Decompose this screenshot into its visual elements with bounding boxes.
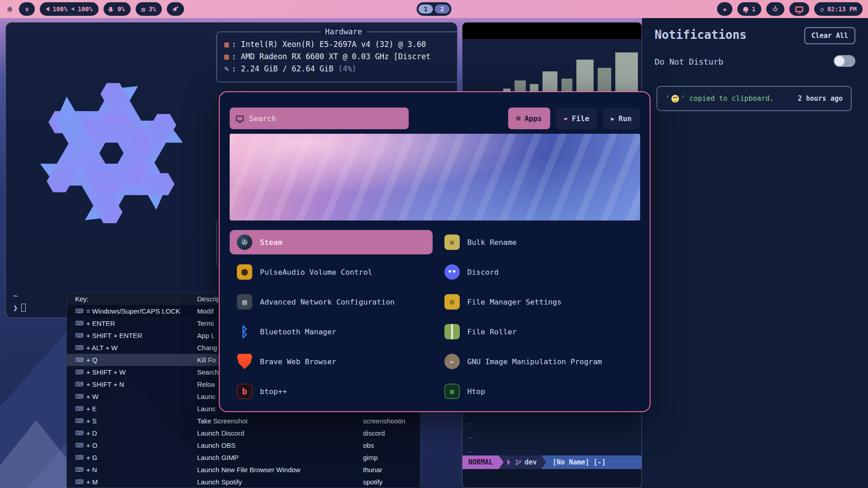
volume-widget[interactable]: 100% 100%: [40, 2, 99, 16]
memory-percent: (4%): [338, 64, 357, 73]
app-item-bluetooth[interactable]: ᛒ Bluetooth Manager: [230, 319, 433, 344]
keybind-row[interactable]: ⌨+ M Launch Spotify spotify: [67, 476, 420, 488]
app-label: Steam: [260, 238, 283, 247]
workspace-switcher: 1 2: [417, 2, 452, 16]
desktop: ❄ v 100% 100% 0% ▤ 3% 1 2 ◈: [0, 0, 868, 488]
tab-run[interactable]: ▶Run: [603, 108, 640, 129]
keybind-row[interactable]: ⌨+ O Launch OBS obs: [67, 439, 420, 451]
gpu-info: : AMD Radeon RX 6600 XT @ 0.03 GHz [Disc…: [231, 52, 430, 61]
keybind-key: = Windows/Super/CAPS LOCK: [86, 307, 180, 315]
nixos-snowflake-logo: [32, 77, 191, 230]
terminal-titlebar: [462, 23, 642, 39]
app-item-brave[interactable]: Brave Web Browser: [230, 349, 433, 374]
super-key-icon: ⌨: [75, 308, 84, 314]
super-key-icon: ⌨: [75, 466, 84, 473]
vim-mode: NORMAL: [462, 455, 499, 469]
super-key-icon: ⌨: [75, 332, 84, 339]
volume-in-value: 100%: [78, 5, 93, 13]
keybind-desc: Reloa: [197, 378, 215, 390]
app-label: File Roller: [467, 328, 517, 336]
keybind-desc: Termi: [197, 317, 214, 329]
keybind-key: + O: [86, 441, 98, 449]
keybind-row[interactable]: ⌨+ G Launch GIMP gimp: [67, 451, 420, 464]
tray-button[interactable]: ◈: [717, 2, 732, 16]
super-key-icon: ⌨: [75, 405, 84, 412]
app-label: Brave Web Browser: [260, 357, 336, 366]
keybind-row[interactable]: ⌨+ D Launch Discord discord: [67, 427, 420, 439]
keybind-key: + SHIFT + W: [86, 368, 126, 376]
shell-prompt: ~ ❯: [13, 290, 26, 314]
clear-all-button[interactable]: Clear All: [804, 27, 855, 44]
dnd-toggle[interactable]: [834, 55, 855, 67]
app-item-network-config[interactable]: ▤ Advanced Network Configuration: [230, 290, 433, 314]
gpu-icon: ▦: [224, 52, 229, 61]
menu-button[interactable]: v: [19, 2, 34, 16]
notifications-button[interactable]: 1: [737, 2, 761, 16]
vim-git-segment: dev: [504, 455, 541, 469]
workspace-1[interactable]: 1: [419, 5, 433, 14]
app-item-bulk-rename[interactable]: ≡ Bulk Rename: [437, 230, 640, 254]
gimp-icon: ✏: [444, 354, 460, 369]
speaker-icon: [46, 7, 49, 11]
notification-card[interactable]: '' copied to clipboard. 2 hours ago: [656, 86, 852, 111]
notification-panel: Notifications Clear All Do Not Disturb '…: [642, 18, 868, 488]
keybind-key: + G: [86, 454, 98, 461]
app-item-gimp[interactable]: ✏ GNU Image Manipulation Program: [437, 349, 640, 374]
super-key-icon: ⌨: [75, 344, 84, 351]
network-icon: ▤: [237, 294, 252, 310]
app-item-htop[interactable]: ▥ Htop: [437, 379, 640, 404]
vim-filename: [No Name] [-]: [552, 458, 605, 466]
app-label: btop++: [260, 387, 287, 396]
statusline-separator: [541, 455, 546, 469]
keybind-row[interactable]: ⌨+ N Launch New File Browser Window thun…: [67, 464, 420, 476]
statusline-separator: [507, 459, 510, 465]
mute-button[interactable]: [167, 2, 184, 16]
app-label: Bulk Rename: [467, 238, 517, 247]
keybind-command: spotify: [363, 476, 382, 488]
app-item-discord[interactable]: Discord: [437, 260, 640, 284]
statusline-separator: [499, 455, 504, 469]
steam-icon: ✇: [237, 235, 252, 250]
nixos-logo-icon[interactable]: ❄: [5, 4, 14, 14]
keybind-desc: App L: [197, 329, 215, 342]
keybind-row[interactable]: ⌨+ S Take Screenshot screenshootin: [67, 415, 420, 427]
keybind-command: screenshootin: [363, 415, 405, 427]
mic-widget[interactable]: 0%: [104, 2, 131, 16]
hardware-box-title: Hardware: [321, 27, 367, 36]
app-label: GNU Image Manipulation Program: [467, 357, 602, 366]
launcher-search[interactable]: [230, 108, 409, 129]
app-item-btop[interactable]: b btop++: [230, 379, 433, 404]
app-item-steam[interactable]: ✇ Steam: [230, 230, 433, 254]
workspace-2[interactable]: 2: [435, 5, 449, 14]
keybind-command: discord: [363, 427, 385, 439]
keybind-key: + ENTER: [86, 319, 115, 327]
brave-icon: [237, 354, 252, 369]
bluetooth-icon: ᛒ: [237, 324, 252, 339]
app-launcher: ⊞Apps ▰File ▶Run ✇ Steam PulseAudio Volu…: [219, 91, 651, 412]
search-input[interactable]: [249, 114, 402, 123]
screen-record-button[interactable]: [789, 2, 809, 16]
keybind-command: obs: [363, 439, 374, 451]
terminal-cursor: [21, 304, 26, 312]
app-item-file-manager-settings[interactable]: ⚙ File Manager Settings: [437, 290, 640, 314]
keybind-desc: Chang: [197, 342, 217, 354]
super-key-icon: ⌨: [75, 357, 84, 363]
memory-value: 3%: [149, 5, 156, 13]
app-item-pulseaudio[interactable]: PulseAudio Volume Control: [230, 260, 433, 284]
tab-file[interactable]: ▰File: [556, 108, 598, 129]
keybind-key: + ALT + W: [86, 344, 118, 352]
keybind-key: + D: [86, 429, 97, 437]
keybind-desc: Kill Fo: [197, 354, 216, 366]
app-item-file-roller[interactable]: File Roller: [437, 319, 640, 344]
prompt-path: ~: [13, 290, 26, 302]
file-roller-icon: [444, 324, 460, 339]
tab-apps[interactable]: ⊞Apps: [508, 108, 550, 129]
keybind-desc: Modif: [197, 305, 214, 317]
clock-widget[interactable]: ◷ 02:13 PM: [814, 2, 863, 16]
apps-grid-icon: ⊞: [516, 114, 520, 122]
memory-info: : 2.24 GiB / 62.64 GiB: [231, 64, 338, 73]
bulk-rename-icon: ≡: [444, 235, 460, 250]
memory-widget[interactable]: ▤ 3%: [136, 2, 162, 16]
launcher-tabs: ⊞Apps ▰File ▶Run: [508, 108, 640, 129]
power-button[interactable]: [766, 2, 784, 16]
